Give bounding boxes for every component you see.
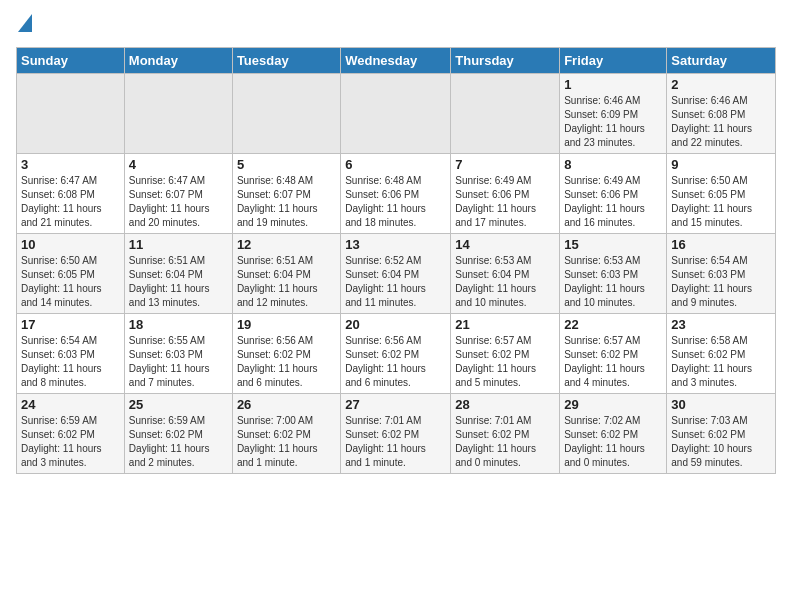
calendar-cell: 9Sunrise: 6:50 AM Sunset: 6:05 PM Daylig… <box>667 154 776 234</box>
svg-marker-0 <box>18 14 32 32</box>
day-info: Sunrise: 6:46 AM Sunset: 6:09 PM Dayligh… <box>564 94 662 150</box>
calendar-cell: 26Sunrise: 7:00 AM Sunset: 6:02 PM Dayli… <box>232 394 340 474</box>
calendar-cell: 22Sunrise: 6:57 AM Sunset: 6:02 PM Dayli… <box>560 314 667 394</box>
week-row-3: 10Sunrise: 6:50 AM Sunset: 6:05 PM Dayli… <box>17 234 776 314</box>
day-info: Sunrise: 6:47 AM Sunset: 6:08 PM Dayligh… <box>21 174 120 230</box>
day-info: Sunrise: 6:51 AM Sunset: 6:04 PM Dayligh… <box>129 254 228 310</box>
day-number: 1 <box>564 77 662 92</box>
day-number: 14 <box>455 237 555 252</box>
calendar-cell: 28Sunrise: 7:01 AM Sunset: 6:02 PM Dayli… <box>451 394 560 474</box>
day-info: Sunrise: 6:50 AM Sunset: 6:05 PM Dayligh… <box>671 174 771 230</box>
day-number: 28 <box>455 397 555 412</box>
day-number: 24 <box>21 397 120 412</box>
day-number: 18 <box>129 317 228 332</box>
day-info: Sunrise: 6:47 AM Sunset: 6:07 PM Dayligh… <box>129 174 228 230</box>
logo <box>16 10 32 39</box>
calendar-cell: 3Sunrise: 6:47 AM Sunset: 6:08 PM Daylig… <box>17 154 125 234</box>
day-info: Sunrise: 6:57 AM Sunset: 6:02 PM Dayligh… <box>455 334 555 390</box>
day-number: 11 <box>129 237 228 252</box>
day-info: Sunrise: 7:03 AM Sunset: 6:02 PM Dayligh… <box>671 414 771 470</box>
day-number: 21 <box>455 317 555 332</box>
day-number: 26 <box>237 397 336 412</box>
day-number: 5 <box>237 157 336 172</box>
day-number: 20 <box>345 317 446 332</box>
day-info: Sunrise: 7:01 AM Sunset: 6:02 PM Dayligh… <box>455 414 555 470</box>
week-row-5: 24Sunrise: 6:59 AM Sunset: 6:02 PM Dayli… <box>17 394 776 474</box>
day-number: 4 <box>129 157 228 172</box>
weekday-header-row: SundayMondayTuesdayWednesdayThursdayFrid… <box>17 48 776 74</box>
day-number: 23 <box>671 317 771 332</box>
day-number: 19 <box>237 317 336 332</box>
day-number: 27 <box>345 397 446 412</box>
calendar-cell: 7Sunrise: 6:49 AM Sunset: 6:06 PM Daylig… <box>451 154 560 234</box>
calendar-cell: 27Sunrise: 7:01 AM Sunset: 6:02 PM Dayli… <box>341 394 451 474</box>
weekday-header-tuesday: Tuesday <box>232 48 340 74</box>
day-number: 29 <box>564 397 662 412</box>
week-row-4: 17Sunrise: 6:54 AM Sunset: 6:03 PM Dayli… <box>17 314 776 394</box>
day-number: 8 <box>564 157 662 172</box>
calendar-cell: 2Sunrise: 6:46 AM Sunset: 6:08 PM Daylig… <box>667 74 776 154</box>
day-info: Sunrise: 6:58 AM Sunset: 6:02 PM Dayligh… <box>671 334 771 390</box>
calendar-cell <box>124 74 232 154</box>
day-info: Sunrise: 6:48 AM Sunset: 6:06 PM Dayligh… <box>345 174 446 230</box>
day-number: 13 <box>345 237 446 252</box>
day-number: 22 <box>564 317 662 332</box>
day-info: Sunrise: 6:53 AM Sunset: 6:04 PM Dayligh… <box>455 254 555 310</box>
calendar-cell: 20Sunrise: 6:56 AM Sunset: 6:02 PM Dayli… <box>341 314 451 394</box>
day-number: 2 <box>671 77 771 92</box>
calendar-cell <box>451 74 560 154</box>
day-number: 3 <box>21 157 120 172</box>
page-header <box>16 10 776 39</box>
day-info: Sunrise: 6:48 AM Sunset: 6:07 PM Dayligh… <box>237 174 336 230</box>
day-info: Sunrise: 6:50 AM Sunset: 6:05 PM Dayligh… <box>21 254 120 310</box>
calendar-cell: 13Sunrise: 6:52 AM Sunset: 6:04 PM Dayli… <box>341 234 451 314</box>
calendar-cell: 29Sunrise: 7:02 AM Sunset: 6:02 PM Dayli… <box>560 394 667 474</box>
calendar-cell: 23Sunrise: 6:58 AM Sunset: 6:02 PM Dayli… <box>667 314 776 394</box>
weekday-header-sunday: Sunday <box>17 48 125 74</box>
day-number: 15 <box>564 237 662 252</box>
calendar-cell: 30Sunrise: 7:03 AM Sunset: 6:02 PM Dayli… <box>667 394 776 474</box>
day-info: Sunrise: 6:56 AM Sunset: 6:02 PM Dayligh… <box>345 334 446 390</box>
calendar-cell <box>232 74 340 154</box>
day-info: Sunrise: 6:52 AM Sunset: 6:04 PM Dayligh… <box>345 254 446 310</box>
calendar-table: SundayMondayTuesdayWednesdayThursdayFrid… <box>16 47 776 474</box>
week-row-2: 3Sunrise: 6:47 AM Sunset: 6:08 PM Daylig… <box>17 154 776 234</box>
day-info: Sunrise: 6:46 AM Sunset: 6:08 PM Dayligh… <box>671 94 771 150</box>
calendar-cell: 8Sunrise: 6:49 AM Sunset: 6:06 PM Daylig… <box>560 154 667 234</box>
day-info: Sunrise: 6:59 AM Sunset: 6:02 PM Dayligh… <box>129 414 228 470</box>
calendar-cell: 17Sunrise: 6:54 AM Sunset: 6:03 PM Dayli… <box>17 314 125 394</box>
day-info: Sunrise: 6:51 AM Sunset: 6:04 PM Dayligh… <box>237 254 336 310</box>
day-info: Sunrise: 6:49 AM Sunset: 6:06 PM Dayligh… <box>455 174 555 230</box>
day-number: 10 <box>21 237 120 252</box>
weekday-header-friday: Friday <box>560 48 667 74</box>
day-info: Sunrise: 6:54 AM Sunset: 6:03 PM Dayligh… <box>21 334 120 390</box>
day-number: 7 <box>455 157 555 172</box>
day-number: 9 <box>671 157 771 172</box>
calendar-cell <box>17 74 125 154</box>
day-info: Sunrise: 6:56 AM Sunset: 6:02 PM Dayligh… <box>237 334 336 390</box>
calendar-cell: 5Sunrise: 6:48 AM Sunset: 6:07 PM Daylig… <box>232 154 340 234</box>
calendar-cell: 24Sunrise: 6:59 AM Sunset: 6:02 PM Dayli… <box>17 394 125 474</box>
calendar-cell: 16Sunrise: 6:54 AM Sunset: 6:03 PM Dayli… <box>667 234 776 314</box>
weekday-header-saturday: Saturday <box>667 48 776 74</box>
day-info: Sunrise: 6:59 AM Sunset: 6:02 PM Dayligh… <box>21 414 120 470</box>
calendar-cell: 25Sunrise: 6:59 AM Sunset: 6:02 PM Dayli… <box>124 394 232 474</box>
day-number: 25 <box>129 397 228 412</box>
calendar-cell: 18Sunrise: 6:55 AM Sunset: 6:03 PM Dayli… <box>124 314 232 394</box>
day-number: 12 <box>237 237 336 252</box>
calendar-cell: 12Sunrise: 6:51 AM Sunset: 6:04 PM Dayli… <box>232 234 340 314</box>
day-info: Sunrise: 6:49 AM Sunset: 6:06 PM Dayligh… <box>564 174 662 230</box>
day-number: 17 <box>21 317 120 332</box>
calendar-cell: 6Sunrise: 6:48 AM Sunset: 6:06 PM Daylig… <box>341 154 451 234</box>
day-info: Sunrise: 7:00 AM Sunset: 6:02 PM Dayligh… <box>237 414 336 470</box>
week-row-1: 1Sunrise: 6:46 AM Sunset: 6:09 PM Daylig… <box>17 74 776 154</box>
calendar-cell: 15Sunrise: 6:53 AM Sunset: 6:03 PM Dayli… <box>560 234 667 314</box>
day-number: 6 <box>345 157 446 172</box>
calendar-cell: 11Sunrise: 6:51 AM Sunset: 6:04 PM Dayli… <box>124 234 232 314</box>
calendar-cell: 10Sunrise: 6:50 AM Sunset: 6:05 PM Dayli… <box>17 234 125 314</box>
day-number: 16 <box>671 237 771 252</box>
calendar-cell: 19Sunrise: 6:56 AM Sunset: 6:02 PM Dayli… <box>232 314 340 394</box>
calendar-cell: 4Sunrise: 6:47 AM Sunset: 6:07 PM Daylig… <box>124 154 232 234</box>
calendar-cell: 21Sunrise: 6:57 AM Sunset: 6:02 PM Dayli… <box>451 314 560 394</box>
weekday-header-monday: Monday <box>124 48 232 74</box>
